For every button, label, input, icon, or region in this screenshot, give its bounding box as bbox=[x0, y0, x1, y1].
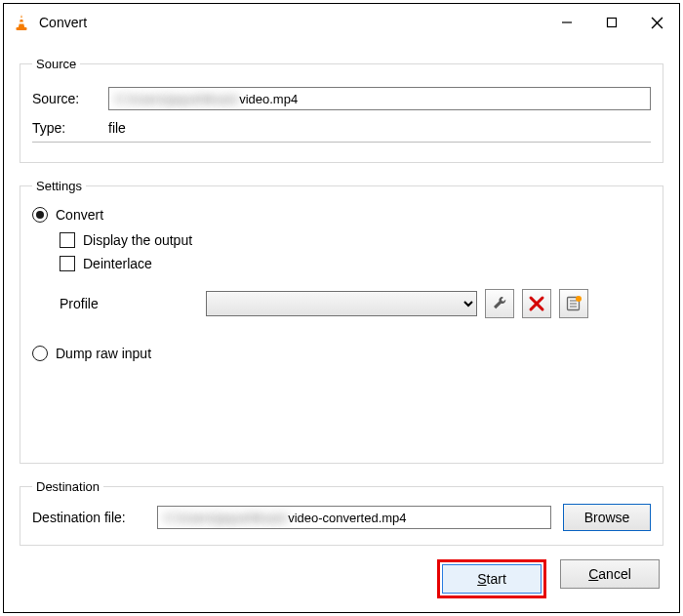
titlebar: Convert bbox=[4, 4, 679, 41]
dialog-footer: Start Cancel bbox=[20, 555, 663, 598]
start-button-highlight: Start bbox=[437, 559, 546, 598]
source-path-suffix: video.mp4 bbox=[239, 92, 298, 106]
dump-raw-radio[interactable]: Dump raw input bbox=[32, 346, 651, 361]
cancel-button[interactable]: Cancel bbox=[560, 559, 660, 589]
client-area: Source Source: C:\Users\jaque\Music\vide… bbox=[4, 41, 679, 612]
new-profile-icon bbox=[565, 295, 583, 312]
svg-point-14 bbox=[576, 296, 582, 302]
destination-file-label: Destination file: bbox=[32, 510, 157, 525]
destination-group: Destination Destination file: C:\Users\j… bbox=[20, 479, 663, 546]
vlc-cone-icon bbox=[12, 13, 31, 32]
destination-legend: Destination bbox=[32, 479, 103, 494]
wrench-icon bbox=[491, 295, 508, 312]
radio-dot-icon bbox=[32, 207, 48, 223]
svg-rect-5 bbox=[608, 19, 617, 27]
source-group: Source Source: C:\Users\jaque\Music\vide… bbox=[20, 57, 663, 163]
svg-rect-2 bbox=[19, 22, 23, 24]
svg-rect-1 bbox=[20, 18, 22, 20]
new-profile-button[interactable] bbox=[559, 289, 588, 318]
convert-radio-label: Convert bbox=[56, 207, 103, 223]
delete-profile-button[interactable] bbox=[522, 289, 551, 318]
browse-button[interactable]: Browse bbox=[563, 504, 651, 531]
checkbox-icon bbox=[60, 256, 75, 271]
delete-x-icon bbox=[528, 295, 545, 312]
source-label: Source: bbox=[32, 91, 108, 106]
source-path-blurred: C:\Users\jaque\Music\ bbox=[115, 92, 239, 106]
display-output-label: Display the output bbox=[83, 232, 192, 248]
minimize-button[interactable] bbox=[544, 4, 589, 41]
display-output-checkbox[interactable]: Display the output bbox=[60, 232, 651, 248]
source-legend: Source bbox=[32, 57, 80, 71]
start-button[interactable]: Start bbox=[442, 564, 542, 594]
deinterlace-checkbox[interactable]: Deinterlace bbox=[60, 256, 651, 271]
destination-path-suffix: video-converted.mp4 bbox=[288, 511, 406, 525]
type-label: Type: bbox=[32, 120, 108, 136]
close-button[interactable] bbox=[634, 4, 679, 41]
browse-label: Browse bbox=[584, 510, 630, 525]
svg-rect-3 bbox=[17, 27, 27, 30]
edit-profile-button[interactable] bbox=[485, 289, 514, 318]
start-label: Start bbox=[477, 571, 506, 587]
profile-label: Profile bbox=[60, 296, 206, 311]
cancel-label: Cancel bbox=[588, 566, 631, 582]
settings-group: Settings Convert Display the output Dein… bbox=[20, 179, 663, 464]
svg-marker-0 bbox=[19, 15, 24, 27]
deinterlace-label: Deinterlace bbox=[83, 256, 152, 271]
source-input[interactable]: C:\Users\jaque\Music\video.mp4 bbox=[108, 87, 651, 110]
convert-dialog: Convert Source Source: C:\Users\jaque\Mu… bbox=[3, 3, 680, 613]
maximize-button[interactable] bbox=[589, 4, 634, 41]
settings-legend: Settings bbox=[32, 179, 86, 193]
profile-combobox[interactable] bbox=[206, 291, 477, 316]
radio-dot-icon bbox=[32, 346, 48, 361]
dump-raw-label: Dump raw input bbox=[56, 346, 151, 361]
type-value: file bbox=[108, 120, 126, 136]
window-title: Convert bbox=[39, 15, 87, 30]
destination-file-input[interactable]: C:\Users\jaque\Music\video-converted.mp4 bbox=[157, 506, 551, 529]
checkbox-icon bbox=[60, 232, 75, 248]
convert-radio[interactable]: Convert bbox=[32, 207, 651, 223]
destination-path-blurred: C:\Users\jaque\Music\ bbox=[164, 511, 288, 525]
